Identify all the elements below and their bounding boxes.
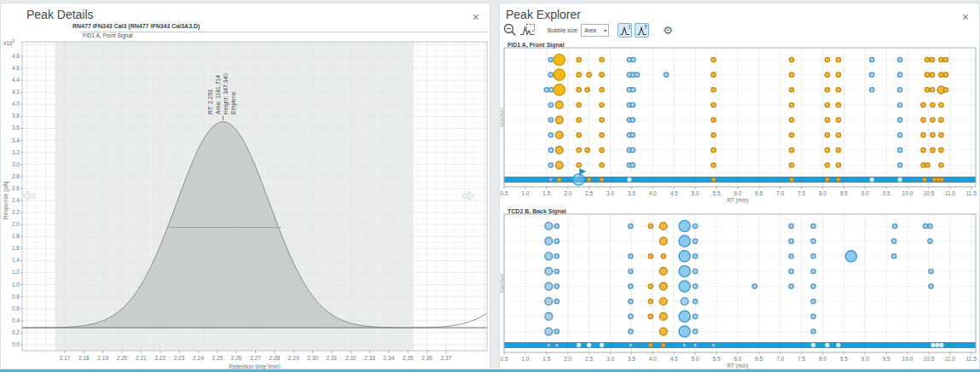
peak-bubble[interactable]: [870, 177, 873, 181]
peak-bubble[interactable]: [943, 88, 948, 92]
peak-bubble[interactable]: [679, 251, 690, 262]
peak-bubble[interactable]: [545, 268, 553, 276]
peak-bubble[interactable]: [811, 224, 815, 228]
peak-bubble[interactable]: [811, 314, 815, 318]
peak-bubble[interactable]: [790, 177, 793, 181]
peak-bubble[interactable]: [929, 284, 933, 288]
peak-bubble[interactable]: [631, 57, 635, 61]
peak-bubble[interactable]: [931, 343, 935, 346]
peak-bubble[interactable]: [825, 163, 829, 167]
peak-bubble[interactable]: [679, 265, 690, 276]
peak-bubble[interactable]: [545, 298, 553, 305]
peak-bubble[interactable]: [548, 102, 553, 107]
peak-bubble[interactable]: [931, 148, 935, 152]
peak-bubble[interactable]: [659, 223, 667, 230]
peak-bubble[interactable]: [600, 57, 604, 61]
peak-bubble[interactable]: [891, 239, 896, 243]
peak-bubble[interactable]: [629, 254, 633, 259]
peak-bubble[interactable]: [600, 102, 604, 107]
chromatogram-plot[interactable]: RT: 2.253Area: 1181.714Height: 347.340Et…: [1, 40, 490, 369]
peak-bubble[interactable]: [585, 148, 589, 152]
peak-bubble[interactable]: [545, 237, 553, 245]
peak-bubble[interactable]: [789, 88, 793, 92]
peak-bubble[interactable]: [600, 343, 603, 346]
peak-bubble[interactable]: [836, 88, 840, 92]
scroll-right-arrow[interactable]: [462, 191, 474, 201]
peak-bubble[interactable]: [711, 88, 716, 92]
peak-bubble[interactable]: [693, 224, 697, 228]
peak-bubble[interactable]: [897, 102, 902, 107]
peak-bubble[interactable]: [630, 148, 635, 152]
peak-bubble[interactable]: [826, 343, 829, 346]
peak-bubble[interactable]: [789, 133, 793, 137]
peak-bubble[interactable]: [629, 343, 632, 346]
peak-bubble[interactable]: [545, 282, 553, 290]
peak-bubble[interactable]: [811, 284, 815, 288]
peak-bubble[interactable]: [789, 118, 793, 122]
peak-bubble[interactable]: [930, 73, 934, 77]
peak-bubble[interactable]: [929, 269, 933, 273]
peak-bubble[interactable]: [923, 224, 927, 228]
peak-bubble[interactable]: [664, 73, 669, 77]
peak-bubble[interactable]: [870, 57, 874, 61]
peak-bubble[interactable]: [930, 88, 934, 92]
peak-bubble[interactable]: [600, 148, 604, 152]
peak-bubble[interactable]: [897, 57, 902, 61]
peak-bubble[interactable]: [789, 239, 793, 243]
peak-bubble[interactable]: [789, 284, 793, 288]
peak-bubble[interactable]: [693, 239, 697, 243]
peak-bubble[interactable]: [548, 118, 553, 122]
peak-bubble[interactable]: [648, 224, 652, 228]
peak-bubble[interactable]: [548, 57, 553, 61]
peak-bubble[interactable]: [630, 118, 635, 122]
zoom-reset-button[interactable]: [519, 23, 536, 37]
peak-bubble[interactable]: [555, 343, 559, 346]
peak-bubble[interactable]: [825, 133, 829, 137]
peak-bubble[interactable]: [679, 220, 690, 231]
peak-bubble[interactable]: [845, 251, 856, 262]
peak-bubble[interactable]: [925, 57, 929, 61]
peak-bubble[interactable]: [837, 177, 840, 181]
fid1-bubble-plot[interactable]: 0.51.01.52.02.53.03.54.04.55.05.56.06.57…: [500, 45, 980, 207]
peak-bubble[interactable]: [555, 161, 563, 169]
peak-bubble[interactable]: [930, 57, 934, 61]
peak-bubble[interactable]: [836, 73, 840, 77]
peak-bubble[interactable]: [711, 102, 716, 107]
peak-bubble[interactable]: [600, 163, 604, 167]
peak-bubble[interactable]: [789, 102, 793, 107]
peak-bubble[interactable]: [836, 163, 840, 167]
peak-bubble[interactable]: [891, 254, 896, 259]
peak-bubble[interactable]: [545, 313, 553, 321]
peak-bubble[interactable]: [836, 118, 840, 122]
peak-bubble[interactable]: [629, 269, 633, 273]
peak-bubble[interactable]: [789, 224, 793, 228]
peak-bubble[interactable]: [679, 235, 690, 247]
peak-bubble[interactable]: [659, 298, 667, 305]
peak-bubble[interactable]: [629, 284, 633, 288]
peak-bubble[interactable]: [711, 133, 716, 137]
peak-bubble[interactable]: [931, 133, 935, 137]
peak-bubble[interactable]: [752, 284, 757, 288]
peak-bubble[interactable]: [932, 177, 936, 181]
peak-bubble[interactable]: [600, 88, 604, 92]
peak-bubble[interactable]: [679, 281, 690, 292]
peak-bubble[interactable]: [826, 177, 829, 181]
peak-bubble[interactable]: [681, 298, 688, 305]
peak-bubble[interactable]: [811, 269, 815, 273]
peak-bubble[interactable]: [825, 118, 829, 122]
peak-bubble[interactable]: [939, 163, 943, 167]
peak-bubble[interactable]: [630, 133, 635, 137]
peak-bubble[interactable]: [925, 88, 929, 92]
show-unknown-peaks-toggle[interactable]: ?: [635, 23, 649, 38]
tcd2-bubble-plot[interactable]: 0.51.01.52.02.53.03.54.04.55.05.56.06.57…: [500, 212, 980, 369]
peak-bubble[interactable]: [836, 133, 840, 137]
peak-bubble[interactable]: [711, 57, 716, 61]
peak-bubble[interactable]: [648, 284, 652, 288]
peak-bubble[interactable]: [554, 299, 559, 304]
peak-bubble[interactable]: [659, 313, 667, 321]
peak-bubble[interactable]: [555, 102, 563, 109]
peak-bubble[interactable]: [811, 254, 815, 259]
peak-bubble[interactable]: [789, 269, 793, 273]
close-icon[interactable]: ×: [962, 11, 969, 23]
peak-bubble[interactable]: [587, 73, 591, 77]
